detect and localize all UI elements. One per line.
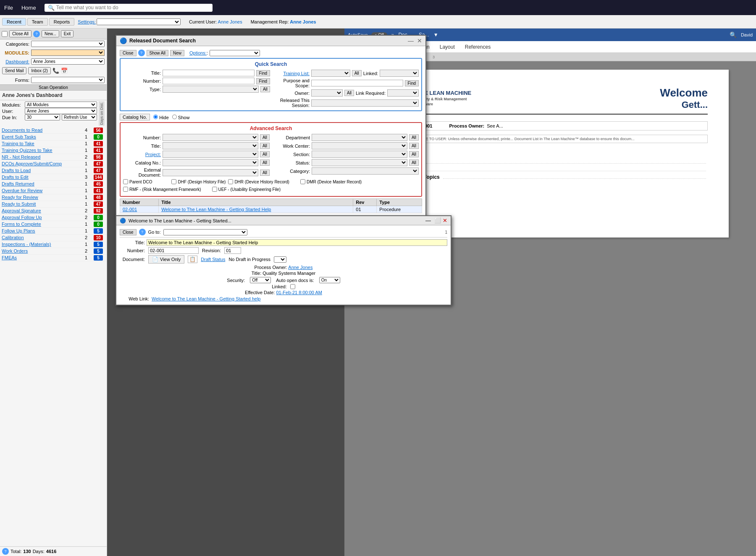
- type-select[interactable]: [163, 86, 259, 93]
- settings-link[interactable]: Settings:: [78, 19, 96, 24]
- as-title-select[interactable]: [163, 142, 258, 149]
- dhf-checkbox[interactable]: [171, 179, 176, 184]
- purpose-scope-input[interactable]: [311, 80, 403, 86]
- search-bar[interactable]: 🔍: [45, 4, 213, 12]
- result-row[interactable]: 02-001 Welcome to The Lean Machine - Get…: [120, 206, 422, 213]
- list-item[interactable]: Training Quizzes to Take 1 41: [0, 147, 107, 154]
- doc-minimize-btn[interactable]: —: [425, 217, 431, 224]
- as-extdoc-all-btn[interactable]: All: [260, 170, 270, 176]
- refresh-select[interactable]: Refresh Use: [62, 114, 97, 120]
- approval-sig-link[interactable]: Approval Signature: [2, 208, 41, 213]
- overdue-link[interactable]: Overdue for Review: [2, 188, 42, 193]
- linked-checkbox[interactable]: [290, 284, 295, 289]
- categories-select[interactable]: [31, 41, 105, 47]
- rmf-checkbox[interactable]: [123, 187, 128, 192]
- due-in-select[interactable]: 30: [25, 114, 60, 120]
- new-btn[interactable]: New...: [42, 30, 59, 37]
- mgmt-rep-link[interactable]: Anne Jones: [290, 19, 316, 24]
- drafts-load-link[interactable]: Drafts to Load: [2, 168, 31, 173]
- send-mail-btn[interactable]: Send Mail: [2, 67, 26, 74]
- recent-btn[interactable]: Recent: [2, 18, 26, 26]
- security-select[interactable]: Off: [250, 277, 271, 283]
- followup-plans-link[interactable]: Follow Up Plans: [2, 228, 35, 233]
- as-catalog-all-btn[interactable]: All: [260, 159, 270, 166]
- phone-icon[interactable]: 📞: [52, 68, 59, 74]
- forms-select[interactable]: [31, 77, 105, 83]
- training-take-link[interactable]: Training to Take: [2, 141, 34, 146]
- web-link-value[interactable]: Welcome to The Lean Machine - Getting St…: [152, 296, 260, 301]
- drafts-edit-link[interactable]: Drafts to Edit: [2, 175, 29, 180]
- list-item[interactable]: Ready for Review 1 48: [0, 194, 107, 201]
- list-item[interactable]: FMEAs 1 5: [0, 254, 107, 261]
- inspections-link[interactable]: Inspections - (Materials): [2, 242, 51, 247]
- list-item[interactable]: Work Orders 2 5: [0, 248, 107, 254]
- owner-all-btn[interactable]: All: [344, 90, 354, 96]
- link-required-select[interactable]: [387, 89, 419, 97]
- list-item[interactable]: Drafts to Edit 3 144: [0, 174, 107, 180]
- uef-check[interactable]: UEF - (Usability Engineering File): [212, 187, 281, 192]
- modules-select[interactable]: [31, 50, 105, 56]
- word-search-icon[interactable]: 🔍: [730, 31, 737, 38]
- options-select[interactable]: [210, 50, 260, 56]
- dmr-check[interactable]: DMR (Device Master Record): [300, 179, 362, 184]
- word-dropdown-icon[interactable]: ▼: [433, 32, 438, 38]
- help-icon[interactable]: ?: [33, 31, 40, 37]
- as-status-all-btn[interactable]: All: [409, 159, 419, 166]
- released-session-select[interactable]: [311, 99, 419, 107]
- options-link[interactable]: Options:: [189, 50, 207, 55]
- list-item[interactable]: Forms to Complete 1 0: [0, 221, 107, 227]
- title-input[interactable]: [163, 70, 255, 76]
- training-all-btn[interactable]: All: [352, 70, 362, 76]
- doc-close-btn2[interactable]: Close: [120, 229, 136, 235]
- doc-read-link[interactable]: Documents to Read: [2, 128, 42, 133]
- rds-minimize-btn[interactable]: —: [408, 37, 414, 44]
- list-item[interactable]: Approval Signature 2 92: [0, 207, 107, 214]
- draft-status-link[interactable]: Draft Status: [201, 257, 225, 262]
- work-orders-link[interactable]: Work Orders: [2, 248, 28, 253]
- current-user-link[interactable]: Anne Jones: [218, 19, 242, 24]
- as-status-select[interactable]: [312, 159, 407, 166]
- list-item[interactable]: Documents to Read 4 56: [0, 127, 107, 134]
- title-find-btn[interactable]: Find: [256, 70, 270, 76]
- view-only-btn[interactable]: 📄 View Only: [148, 255, 184, 264]
- close-all-btn[interactable]: Close All: [9, 30, 32, 37]
- rds-show-all-btn[interactable]: Show All: [147, 50, 168, 56]
- parent-dco-check[interactable]: Parent DCO: [123, 179, 152, 184]
- dashboard-select[interactable]: Anne Jones: [31, 58, 105, 65]
- list-item[interactable]: Ready to Submit 1 47: [0, 201, 107, 207]
- result-title[interactable]: Welcome to The Lean Machine - Getting St…: [159, 206, 353, 213]
- dhr-check[interactable]: DHR (Device History Record): [228, 179, 289, 184]
- event-sub-link[interactable]: Event Sub Tasks: [2, 134, 36, 139]
- word-layout-menu[interactable]: Layout: [438, 43, 457, 51]
- revision-input[interactable]: [224, 247, 241, 254]
- fmeas-link[interactable]: FMEAs: [2, 255, 17, 260]
- list-item[interactable]: Drafts to Load 1 47: [0, 167, 107, 174]
- list-item[interactable]: Drafts Returned 1 45: [0, 180, 107, 187]
- ready-submit-link[interactable]: Ready to Submit: [2, 201, 36, 206]
- owner-select[interactable]: [311, 89, 343, 97]
- as-number-select[interactable]: [163, 134, 258, 141]
- as-number-all-btn[interactable]: All: [260, 134, 270, 141]
- draft-status-select[interactable]: [274, 256, 286, 263]
- as-dept-all-btn[interactable]: All: [409, 134, 419, 141]
- as-title-all-btn[interactable]: All: [260, 143, 270, 149]
- sidebar-checkbox[interactable]: [2, 31, 8, 37]
- footer-help-icon[interactable]: ?: [2, 548, 9, 555]
- as-project-link[interactable]: Project:: [145, 152, 161, 157]
- list-item[interactable]: Event Sub Tasks 1 0: [0, 133, 107, 140]
- nr-link[interactable]: NR - Not Released: [2, 154, 40, 159]
- home-menu[interactable]: Home: [21, 5, 36, 11]
- number-input[interactable]: [163, 78, 255, 84]
- reports-btn[interactable]: Reports: [49, 18, 75, 26]
- doc-number-input[interactable]: [148, 247, 199, 254]
- approval-followup-link[interactable]: Approval Follow Up: [2, 215, 42, 220]
- doc-title-input[interactable]: [147, 239, 447, 246]
- show-radio[interactable]: [172, 115, 177, 119]
- exit-btn[interactable]: Exit: [61, 30, 74, 37]
- dmr-checkbox[interactable]: [300, 179, 305, 184]
- as-category-select[interactable]: [312, 167, 419, 175]
- as-section-all-btn[interactable]: All: [409, 151, 419, 157]
- rds-help-icon[interactable]: ?: [138, 50, 145, 56]
- modules-filter-select[interactable]: All Modules: [25, 102, 97, 108]
- as-project-select[interactable]: [163, 151, 258, 158]
